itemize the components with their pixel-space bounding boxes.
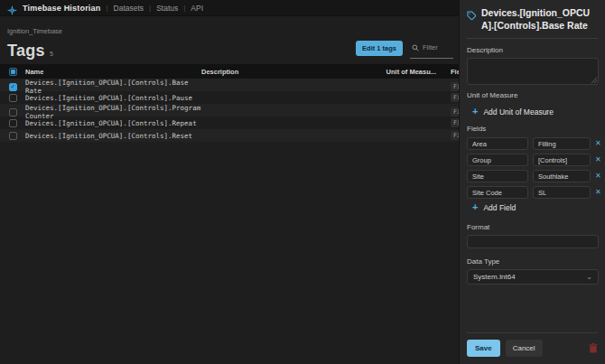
- add-field-label: Add Field: [483, 203, 516, 212]
- data-type-value: System.Int64: [473, 273, 516, 281]
- column-header-name[interactable]: Name: [25, 68, 201, 76]
- table-row[interactable]: Devices.[Ignition_OPCUA].[Controls].Rese…: [0, 129, 459, 142]
- fields-label: Fields: [467, 125, 598, 133]
- row-checkbox[interactable]: [9, 83, 17, 91]
- format-label: Format: [467, 223, 598, 231]
- remove-field-icon[interactable]: ✕: [595, 156, 601, 163]
- format-input[interactable]: [467, 235, 599, 248]
- remove-field-icon[interactable]: ✕: [595, 140, 601, 147]
- nav-item-status[interactable]: Status: [156, 4, 178, 13]
- main-content: Ignition_Timebase Tags 5 Edit 1 tags Nam…: [0, 16, 459, 364]
- cancel-button[interactable]: Cancel: [506, 340, 543, 357]
- nav-item-datasets[interactable]: Datasets: [114, 4, 144, 13]
- column-header-unit[interactable]: Unit of Measu...: [377, 68, 436, 76]
- unit-of-measure-label: Unit of Measure: [467, 91, 598, 99]
- select-all-checkbox[interactable]: [9, 68, 17, 76]
- nav-separator: |: [106, 4, 107, 12]
- data-type-label: Data Type: [467, 257, 598, 266]
- row-checkbox[interactable]: [9, 132, 17, 140]
- chevron-down-icon: ⌄: [586, 273, 592, 281]
- table-row[interactable]: Devices.[Ignition_OPCUA].[Controls].Base…: [0, 79, 459, 91]
- column-header-description[interactable]: Description: [201, 68, 377, 76]
- tag-name-cell: Devices.[Ignition_OPCUA].[Controls].Paus…: [25, 94, 201, 102]
- remove-field-icon[interactable]: ✕: [595, 173, 601, 180]
- field-row: ✕: [467, 170, 598, 182]
- save-button[interactable]: Save: [467, 340, 500, 357]
- plus-icon: +: [472, 107, 478, 117]
- description-label: Description: [467, 46, 598, 54]
- nav-separator: |: [149, 4, 151, 12]
- field-value-input[interactable]: [533, 186, 591, 199]
- table-row[interactable]: Devices.[Ignition_OPCUA].[Controls].Paus…: [0, 91, 459, 104]
- nav-item-api[interactable]: API: [191, 4, 203, 13]
- page-header: Tags 5 Edit 1 tags: [0, 35, 459, 64]
- remove-field-icon[interactable]: ✕: [595, 189, 601, 196]
- row-checkbox[interactable]: [9, 94, 17, 102]
- panel-footer: Save Cancel: [467, 332, 598, 357]
- tags-table: Name Description Unit of Measu... Field …: [0, 64, 459, 142]
- tag-icon: [467, 8, 477, 24]
- table-row[interactable]: Devices.[Ignition_OPCUA].[Controls].Repe…: [0, 117, 459, 129]
- add-unit-of-measure-label: Add Unit of Measure: [483, 107, 553, 117]
- page-title: Tags: [7, 42, 45, 59]
- table-header-row: Name Description Unit of Measu... Field: [0, 64, 459, 79]
- field-name-input[interactable]: [467, 137, 528, 150]
- field-row: ✕: [467, 154, 598, 166]
- panel-title: Devices.[Ignition_OPCUA].[Controls].Base…: [481, 7, 598, 32]
- app-title: Timebase Historian: [23, 4, 100, 13]
- table-body: Devices.[Ignition_OPCUA].[Controls].Base…: [0, 79, 459, 142]
- row-checkbox[interactable]: [9, 108, 17, 117]
- search-icon: [412, 39, 419, 55]
- tag-detail-panel: Devices.[Ignition_OPCUA].[Controls].Base…: [459, 0, 605, 364]
- table-row[interactable]: Devices.[Ignition_OPCUA].[Controls].Prog…: [0, 104, 459, 117]
- breadcrumb[interactable]: Ignition_Timebase: [0, 16, 459, 35]
- tag-name-cell: Devices.[Ignition_OPCUA].[Controls].Rese…: [25, 132, 201, 140]
- tag-name-cell: Devices.[Ignition_OPCUA].[Controls].Base…: [25, 79, 201, 95]
- panel-header: Devices.[Ignition_OPCUA].[Controls].Base…: [467, 7, 598, 32]
- field-value-input[interactable]: [533, 170, 591, 182]
- add-unit-of-measure-button[interactable]: + Add Unit of Measure: [467, 103, 598, 118]
- fields-list: ✕ ✕ ✕ ✕: [467, 137, 598, 199]
- data-type-select[interactable]: System.Int64 ⌄: [467, 269, 599, 285]
- divider: [467, 38, 598, 39]
- nav-separator: |: [183, 4, 185, 12]
- field-name-input[interactable]: [467, 170, 528, 182]
- field-row: ✕: [467, 137, 598, 150]
- description-textarea[interactable]: [467, 58, 599, 85]
- plus-icon: +: [472, 202, 478, 212]
- add-field-button[interactable]: + Add Field: [467, 199, 598, 214]
- field-name-input[interactable]: [467, 154, 528, 166]
- field-row: ✕: [467, 186, 598, 199]
- field-value-input[interactable]: [533, 137, 591, 150]
- row-checkbox[interactable]: [9, 119, 17, 127]
- field-name-input[interactable]: [467, 186, 528, 199]
- panel-spacer: [467, 285, 598, 332]
- tag-name-cell: Devices.[Ignition_OPCUA].[Controls].Prog…: [25, 104, 201, 120]
- tag-name-cell: Devices.[Ignition_OPCUA].[Controls].Repe…: [25, 119, 201, 127]
- filter-search-box[interactable]: [410, 37, 453, 59]
- delete-tag-trash-icon[interactable]: [589, 343, 598, 353]
- app-logo-sparkle-icon: [7, 3, 17, 13]
- edit-tags-button[interactable]: Edit 1 tags: [356, 41, 403, 56]
- resize-handle[interactable]: [591, 78, 597, 83]
- filter-input[interactable]: [423, 43, 453, 51]
- tag-count-badge: 5: [50, 51, 53, 57]
- field-value-input[interactable]: [533, 154, 591, 166]
